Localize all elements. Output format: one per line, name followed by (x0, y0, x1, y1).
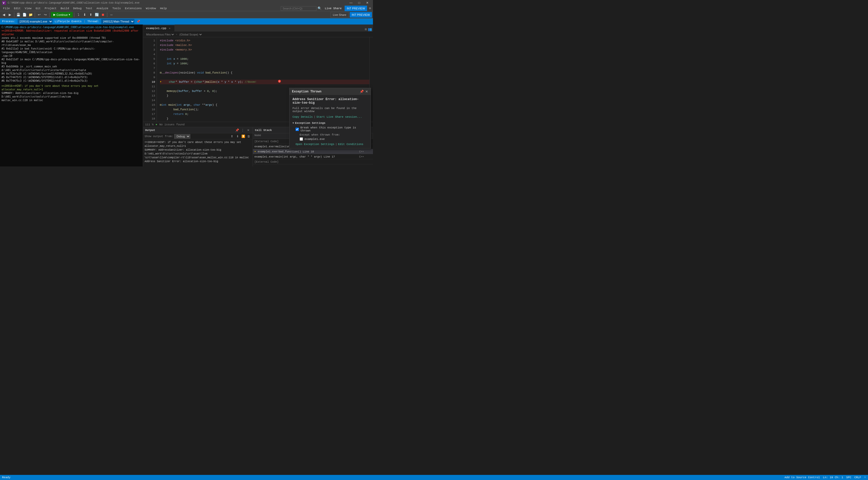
menu-bar: File Edit View Git Project Build Debug T… (0, 6, 373, 11)
terminal-hint: ==20916==HINT: if you don't care about t… (2, 84, 141, 91)
output-line-1: ==20916==HINT: if you don't care about t… (145, 140, 251, 144)
exception-settings-header: ▼ Exception Settings (292, 122, 368, 125)
output-toolbar-btn2[interactable]: ⬇ (235, 134, 240, 139)
tab-close-button[interactable]: ✕ (168, 27, 172, 30)
stop-btn[interactable]: ⏹ (100, 12, 106, 18)
search-icon[interactable]: 🔍 (317, 6, 321, 10)
thread-pin-icon[interactable]: 📌 (136, 20, 140, 24)
exception-header: Exception Thrown 📌 ✕ (289, 88, 371, 95)
menu-git[interactable]: Git (33, 6, 43, 11)
output-line-2: allocator_may_return_null=1 (145, 144, 251, 148)
open-exception-settings-link[interactable]: Open Exception Settings (296, 143, 334, 146)
menu-edit[interactable]: Edit (12, 6, 23, 11)
search-input[interactable] (281, 6, 316, 11)
terminal-line-9: #5 0x774475f3 (C:\WINDOWS/SYSTEM32/ntdll… (2, 75, 141, 79)
step-into-btn[interactable]: ⬇ (82, 12, 87, 18)
restore-button[interactable]: □ (355, 1, 363, 5)
int-preview-toolbar-btn[interactable]: INT PREVIEW (350, 12, 372, 18)
output-source-select[interactable]: Debug (174, 134, 190, 139)
menu-project[interactable]: Project (43, 6, 59, 11)
menu-extensions[interactable]: Extensions (123, 6, 144, 11)
output-toolbar-btn3[interactable]: ⏬ (241, 134, 246, 139)
output-panel-icons: 📌 ⋮ ✕ (235, 128, 251, 132)
restart-btn[interactable]: 🔄 (94, 12, 100, 18)
toolbar-forward-btn[interactable]: ▶ (7, 12, 13, 18)
output-toolbar-btn1[interactable]: ⬆ (230, 134, 234, 139)
copy-details-link[interactable]: Copy Details (292, 116, 313, 119)
terminal-line-1: ==20916==ERROR: AddressSanitizer: reques… (2, 29, 141, 36)
exception-pin-button[interactable]: 📌 (360, 90, 364, 93)
link-separator: | (314, 116, 315, 119)
svg-text:!: ! (279, 81, 280, 83)
solution-explorer-icon[interactable]: ⊞ (365, 27, 367, 31)
continue-button[interactable]: ▶ Continue ▾ (51, 12, 73, 18)
menu-help[interactable]: Help (158, 6, 169, 11)
output-toolbar: Show output from: Debug ⬆ ⬇ ⏬ 🗑 (143, 133, 253, 139)
menu-debug[interactable]: Debug (71, 6, 84, 11)
code-line-4 (160, 52, 369, 57)
breadcrumb-sep: › (176, 33, 178, 36)
output-panel-title: Output (145, 129, 155, 132)
toolbar-more-btn[interactable]: ↔ (108, 12, 114, 18)
int-preview-button[interactable]: INT PREVIEW (345, 6, 367, 11)
callstack-row-3[interactable]: example1.exe!main(int argc, char * * arg… (253, 154, 373, 159)
except-label-row: Except when thrown from: (300, 133, 368, 136)
menu-window[interactable]: Window (144, 6, 158, 11)
exception-error-title: Address Sanitizer Error: allocation-size… (292, 98, 368, 105)
toolbar-new-btn[interactable]: 📄 (22, 12, 27, 18)
thread-select[interactable]: [46012] Main Thread (101, 19, 134, 24)
edit-conditions-link[interactable]: Edit Conditions (338, 143, 363, 146)
callstack-row-2[interactable]: ➤ example1.exe!bad_function() Line 10 C+… (253, 149, 373, 154)
menu-build[interactable]: Build (59, 6, 71, 11)
except-label: Except when thrown from: (300, 133, 340, 136)
current-frame-arrow: ➤ (254, 150, 256, 153)
breadcrumb-source[interactable]: Miscellaneous Files (145, 33, 175, 36)
code-line-6: int y = 1000; (160, 61, 369, 66)
minimize-button[interactable]: — (347, 1, 354, 5)
live-share-button[interactable]: Live Share (322, 7, 344, 10)
toolbar-open-btn[interactable]: 📁 (28, 12, 33, 18)
output-toolbar-btn4[interactable]: 🗑 (247, 134, 251, 139)
toolbar: ◀ ▶ 💾 📄 📁 ↩ ↪ ▶ Continue ▾ ⤵ ⬇ ⬆ 🔄 ⏹ ↔ L… (0, 11, 373, 19)
process-select[interactable]: [20916] example1.exe (18, 19, 53, 24)
output-panel-header: Output 📌 ⋮ ✕ (143, 127, 253, 133)
line-numbers: 1 2 3 4 5 6 7 8 9 10 11 12 13 14 15 16 1… (148, 37, 157, 122)
break-checkbox-label: Break when this exception type is thrown (301, 126, 368, 132)
team-explorer-icon[interactable]: 👥 (368, 27, 372, 31)
output-pin-btn[interactable]: 📌 (235, 128, 239, 132)
step-over-btn[interactable]: ⤵ (75, 12, 81, 18)
break-checkbox[interactable] (296, 128, 299, 131)
toolbar-undo-btn[interactable]: ↩ (36, 12, 42, 18)
zoom-level: 111 % (145, 123, 154, 126)
live-share-link[interactable]: Start Live Share session... (316, 116, 362, 119)
breakpoint-gutter (143, 37, 148, 122)
menu-analyze[interactable]: Analyze (94, 6, 110, 11)
output-menu-btn[interactable]: ⋮ (240, 128, 245, 132)
output-close-btn[interactable]: ✕ (246, 128, 251, 132)
menu-file[interactable]: File (1, 6, 12, 11)
terminal-panel: C:\MSDN\cpp-docs-pr\docs\c-language\ASAN… (0, 25, 143, 166)
toolbar-back-btn[interactable]: ◀ (1, 12, 7, 18)
toolbar-redo-btn[interactable]: ↪ (42, 12, 48, 18)
menu-view[interactable]: View (23, 6, 33, 11)
menu-test[interactable]: Test (84, 6, 94, 11)
issues-text: No issues found (159, 123, 185, 126)
step-out-btn[interactable]: ⬆ (88, 12, 93, 18)
exception-links: Copy Details | Start Live Share session.… (292, 116, 368, 119)
breadcrumb-scope[interactable]: (Global Scope) (179, 33, 203, 36)
exception-description: Full error details can be found in the o… (292, 107, 368, 113)
exception-close-button[interactable]: ✕ (365, 90, 368, 93)
svg-text:V: V (3, 2, 5, 5)
output-panel: Output 📌 ⋮ ✕ Show output from: Debug ⬆ ⬇ (143, 127, 253, 166)
live-share-toolbar-btn[interactable]: Live Share (331, 12, 349, 18)
toolbar-sep-2 (35, 12, 35, 17)
output-content: ==20916==HINT: if you don't care about t… (143, 139, 253, 166)
settings-icon[interactable]: ⚙ (368, 6, 372, 10)
menu-tools[interactable]: Tools (110, 6, 123, 11)
callstack-row-4[interactable]: [External Code] (253, 159, 373, 164)
toolbar-save-btn[interactable]: 💾 (16, 12, 21, 18)
close-button[interactable]: ✕ (364, 1, 371, 5)
example1-checkbox[interactable] (300, 137, 303, 141)
tab-example1[interactable]: example1.cpp ✕ (143, 25, 175, 31)
code-line-1: #include <stdio.h> (160, 38, 369, 43)
